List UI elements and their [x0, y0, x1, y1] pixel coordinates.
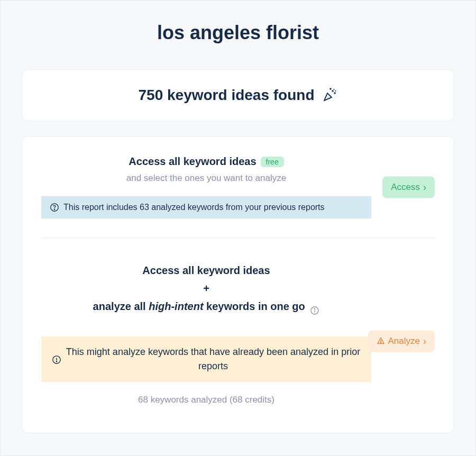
option-access-content: Access all keyword ideas free and select… — [41, 156, 435, 218]
chevron-right-icon: › — [423, 335, 426, 346]
alert-circle-icon — [52, 354, 61, 364]
svg-point-9 — [380, 342, 381, 343]
option-access-title: Access all keyword ideas — [129, 156, 256, 168]
svg-point-1 — [334, 93, 335, 94]
credits-text: 68 keywords analyzed (68 credits) — [41, 395, 371, 405]
svg-point-4 — [54, 209, 54, 209]
option-analyze-title: Access all keyword ideas + analyze all h… — [93, 261, 320, 315]
analyze-line2: analyze all high-intent keywords in one … — [93, 300, 320, 312]
analyze-notice-text: This might analyze keywords that have al… — [66, 345, 361, 373]
svg-point-0 — [332, 90, 333, 92]
chevron-right-icon: › — [423, 181, 426, 193]
svg-point-6 — [315, 308, 315, 309]
analyze-button[interactable]: Analyze › — [368, 330, 435, 352]
svg-point-8 — [56, 361, 57, 362]
results-text-row: 750 keyword ideas found — [139, 87, 338, 104]
access-button-label: Access — [391, 182, 420, 193]
analyze-notice: This might analyze keywords that have al… — [41, 336, 371, 382]
access-notice: This report includes 63 analyzed keyword… — [41, 196, 371, 218]
analyze-plus: + — [93, 279, 320, 297]
free-badge: free — [261, 157, 284, 167]
info-circle-icon[interactable] — [310, 303, 319, 312]
option-access-title-row: Access all keyword ideas free — [129, 156, 283, 168]
option-analyze-section: Access all keyword ideas + analyze all h… — [41, 238, 435, 416]
access-button[interactable]: Access › — [382, 176, 435, 198]
option-access-section: Access all keyword ideas free and select… — [41, 136, 435, 238]
results-card: 750 keyword ideas found — [22, 69, 454, 121]
option-access-subtitle: and select the ones you want to analyze — [41, 173, 371, 184]
party-popper-icon — [321, 87, 338, 104]
analyze-line1: Access all keyword ideas — [142, 265, 270, 276]
question-circle-icon — [50, 203, 59, 212]
page-title: los angeles florist — [22, 22, 454, 44]
results-count-text: 750 keyword ideas found — [139, 87, 315, 104]
options-card: Access all keyword ideas free and select… — [22, 136, 454, 433]
warning-triangle-icon — [377, 337, 385, 345]
svg-point-2 — [330, 88, 331, 89]
access-notice-text: This report includes 63 analyzed keyword… — [63, 203, 325, 212]
analyze-button-label: Analyze — [388, 336, 420, 346]
